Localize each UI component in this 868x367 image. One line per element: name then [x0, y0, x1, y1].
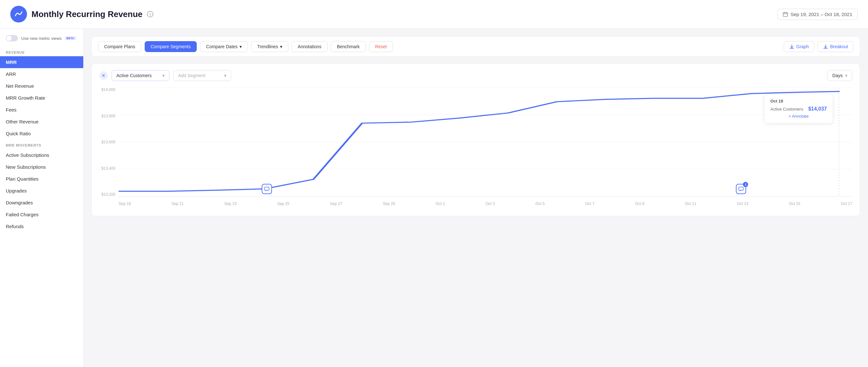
breakout-button[interactable]: Breakout: [817, 41, 854, 52]
chart-area: $14,000 $13,800 $13,600 $13,400 $13,200: [99, 88, 852, 209]
y-label-13600: $13,600: [101, 140, 116, 144]
y-label-13400: $13,400: [101, 166, 116, 171]
graph-button[interactable]: Graph: [784, 41, 814, 52]
calendar-icon: [783, 11, 788, 17]
logo-icon: [10, 6, 27, 23]
chevron-down-icon-3: ▾: [162, 73, 164, 78]
annotations-button[interactable]: Annotations: [291, 41, 328, 52]
compare-dates-button[interactable]: Compare Dates ▾: [200, 41, 248, 52]
info-icon[interactable]: i: [147, 11, 153, 18]
y-label-13800: $13,800: [101, 114, 116, 118]
sidebar-item-plan-quantities[interactable]: Plan Quantities: [0, 173, 83, 185]
segment-close-button[interactable]: ✕: [99, 71, 108, 80]
compare-plans-button[interactable]: Compare Plans: [98, 41, 142, 52]
segment-bar: ✕ Active Customers ▾ Add Segment ▾ Days …: [99, 70, 852, 81]
chevron-down-icon-4: ▾: [224, 73, 226, 78]
download-breakout-icon: [823, 44, 828, 49]
x-label-sep21: Sep 21: [172, 201, 184, 206]
header-left: Monthly Recurring Revenue i: [10, 6, 153, 23]
trendlines-button[interactable]: Trendlines ▾: [251, 41, 288, 52]
date-range-text: Sep 19, 2021 – Oct 18, 2021: [790, 11, 852, 17]
x-label-oct3: Oct 3: [486, 201, 495, 206]
annotation-icon-1: [262, 184, 272, 194]
x-axis: Sep 19 Sep 21 Sep 23 Sep 25 Sep 27 Sep 2…: [119, 198, 852, 209]
sidebar-item-active-subscriptions[interactable]: Active Subscriptions: [0, 149, 83, 161]
chevron-down-icon-2: ▾: [280, 44, 282, 49]
sidebar-item-downgrades[interactable]: Downgrades: [0, 197, 83, 208]
chart-inner: [119, 88, 852, 197]
x-label-oct1: Oct 1: [436, 201, 445, 206]
sidebar-item-arr[interactable]: ARR: [0, 68, 83, 80]
beta-badge: BETA: [65, 36, 76, 40]
y-label-14000: $14,000: [101, 88, 116, 92]
tooltip-date: Oct 18: [770, 99, 827, 103]
compare-segments-button[interactable]: Compare Segments: [145, 41, 197, 52]
days-label: Days: [832, 73, 843, 78]
annotation-bubble-2[interactable]: 2: [736, 184, 746, 194]
x-label-sep29: Sep 29: [383, 201, 395, 206]
content-area: Compare Plans Compare Segments Compare D…: [84, 29, 868, 367]
chevron-down-icon-5: ▾: [845, 73, 847, 78]
annotation-bubble-1[interactable]: [262, 184, 272, 194]
sidebar-item-new-subscriptions[interactable]: New Subscriptions: [0, 161, 83, 173]
x-label-sep23: Sep 23: [224, 201, 237, 206]
sidebar-item-mrr[interactable]: MRR: [0, 56, 83, 68]
sidebar-item-quick-ratio[interactable]: Quick Ratio: [0, 128, 83, 139]
sidebar-item-other-revenue[interactable]: Other Revenue: [0, 116, 83, 128]
page-title: Monthly Recurring Revenue: [31, 9, 143, 19]
annotation-icon-2: 2: [736, 184, 746, 194]
annotate-link[interactable]: + Annotate: [770, 114, 827, 119]
sidebar-section-revenue: REVENUE: [0, 46, 83, 56]
tooltip-value: $14,037: [808, 106, 827, 112]
y-label-13200: $13,200: [101, 192, 116, 197]
chart-svg: [119, 88, 852, 196]
sidebar-section-mrr-movements: MRR MOVEMENTS: [0, 139, 83, 149]
header: Monthly Recurring Revenue i Sep 19, 2021…: [0, 0, 868, 29]
x-label-oct13: Oct 13: [737, 201, 748, 206]
svg-rect-8: [739, 187, 743, 190]
x-label-sep19: Sep 19: [119, 201, 131, 206]
x-label-oct15: Oct 15: [789, 201, 800, 206]
page-container: Monthly Recurring Revenue i Sep 19, 2021…: [0, 0, 868, 367]
x-label-sep27: Sep 27: [330, 201, 342, 206]
add-segment-placeholder: Add Segment: [178, 73, 206, 78]
sidebar-item-fees[interactable]: Fees: [0, 104, 83, 116]
y-axis: $14,000 $13,800 $13,600 $13,400 $13,200: [99, 88, 119, 197]
days-select[interactable]: Days ▾: [828, 70, 852, 81]
benchmark-button[interactable]: Benchmark: [331, 41, 366, 52]
x-label-oct9: Oct 9: [635, 201, 644, 206]
x-label-oct7: Oct 7: [585, 201, 594, 206]
new-metric-toggle-row: Use new metric views BETA: [0, 35, 83, 46]
chart-container: ✕ Active Customers ▾ Add Segment ▾ Days …: [91, 63, 860, 216]
sidebar-item-failed-charges[interactable]: Failed Charges: [0, 208, 83, 221]
segment-label: Active Customers: [116, 73, 152, 78]
date-range[interactable]: Sep 19, 2021 – Oct 18, 2021: [777, 9, 858, 20]
x-label-oct11: Oct 11: [685, 201, 696, 206]
new-metric-toggle[interactable]: [6, 35, 18, 41]
sidebar-item-upgrades[interactable]: Upgrades: [0, 185, 83, 197]
toolbar: Compare Plans Compare Segments Compare D…: [91, 36, 860, 57]
reset-button[interactable]: Reset: [369, 41, 393, 52]
svg-rect-0: [783, 12, 787, 16]
toggle-label: Use new metric views: [21, 36, 62, 41]
sidebar-item-refunds[interactable]: Refunds: [0, 221, 83, 232]
x-label-oct17: Oct 17: [841, 201, 852, 206]
svg-rect-7: [265, 187, 269, 190]
main-layout: Use new metric views BETA REVENUE MRR AR…: [0, 29, 868, 367]
tooltip-row: Active Customers $14,037: [770, 106, 827, 112]
sidebar-item-mrr-growth-rate[interactable]: MRR Growth Rate: [0, 92, 83, 104]
sidebar: Use new metric views BETA REVENUE MRR AR…: [0, 29, 84, 367]
add-segment-select[interactable]: Add Segment ▾: [173, 70, 231, 81]
tooltip-box: Oct 18 Active Customers $14,037 + Annota…: [764, 94, 833, 124]
sidebar-item-net-revenue[interactable]: Net Revenue: [0, 80, 83, 92]
x-label-sep25: Sep 25: [277, 201, 289, 206]
x-label-oct5: Oct 5: [535, 201, 545, 206]
chevron-down-icon: ▾: [240, 44, 242, 49]
tooltip-label: Active Customers: [770, 107, 803, 111]
download-graph-icon: [789, 44, 795, 49]
active-customers-select[interactable]: Active Customers ▾: [112, 70, 169, 81]
